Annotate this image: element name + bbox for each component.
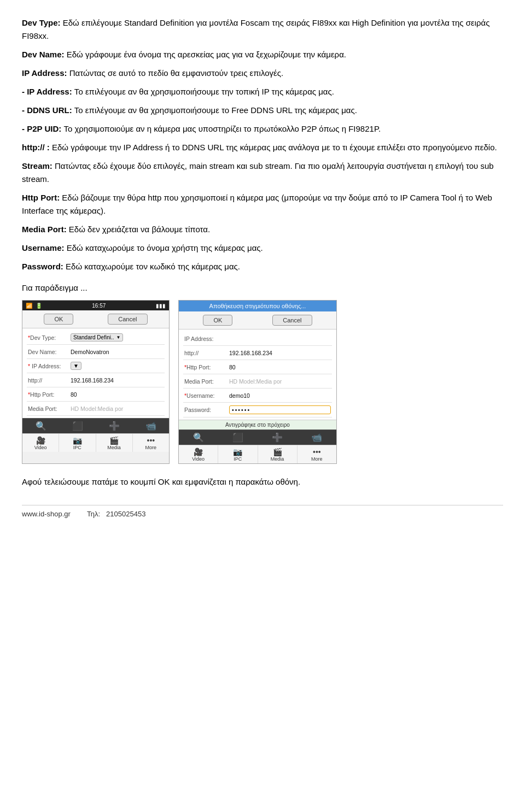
right-nav-ipc-icon: 📷 <box>218 448 257 456</box>
text-stream: Πατώντας εδώ έχουμε δύο επιλογές, main s… <box>22 161 494 184</box>
right-nav-ipc[interactable]: 📷 IPC <box>218 445 258 463</box>
ip-arrow-icon: ▼ <box>73 363 79 369</box>
left-select-ip-address[interactable]: ▼ <box>71 362 81 370</box>
left-field-media-port: Media Port: HD Model:Media por <box>27 402 165 416</box>
right-nav-video-label: Video <box>192 456 205 462</box>
right-label-username: *Username: <box>184 392 229 399</box>
text-http-port: Εδώ βάζουμε την θύρα http που χρησιμοποι… <box>22 193 492 215</box>
left-label-ip-address: * IP Address: <box>28 363 71 369</box>
left-phone-screenshot: 📶 🔋 16:57 ▮▮▮ OK Cancel *Dev Type: Stand… <box>22 300 170 464</box>
right-toolbar-camera-icon[interactable]: 📹 <box>297 432 336 443</box>
right-nav-more-label: More <box>311 456 323 462</box>
left-label-dev-name: Dev Name: <box>28 349 71 355</box>
left-ok-button[interactable]: OK <box>44 314 73 325</box>
left-toolbar-search-icon[interactable]: 🔍 <box>22 421 59 431</box>
right-nav-media-label: Media <box>271 456 284 462</box>
left-select-dev-type[interactable]: Standard Defini.. ▼ <box>71 333 123 342</box>
right-tablet-form: IP Address: http:// 192.168.168.234 *Htt… <box>179 329 336 420</box>
for-example-label: Για παράδειγμα ... <box>22 283 503 292</box>
right-nav-more[interactable]: ••• More <box>298 445 336 463</box>
right-label-media-port: Media Port: <box>184 378 229 385</box>
clipboard-text: Αντιγράφηκε στο πρόχειρο <box>225 422 290 428</box>
left-nav-ipc[interactable]: 📷 IPC <box>59 434 96 452</box>
right-value-username: demo10 <box>229 392 331 399</box>
left-nav-video-icon: 🎥 <box>22 436 59 445</box>
paragraph-7: http:// : Εδώ γράφουμε την IP Address ή … <box>22 141 503 154</box>
right-field-http-port: *Http Port: 80 <box>183 360 332 374</box>
text-ip-address: Πατώντας σε αυτό το πεδίο θα εμφανιστούν… <box>67 68 284 78</box>
left-field-http: http:// 192.168.168.234 <box>27 373 165 387</box>
left-cancel-button[interactable]: Cancel <box>108 314 147 325</box>
paragraph-2: Dev Name: Εδώ γράφουμε ένα όνομα της αρε… <box>22 48 503 61</box>
right-ok-button[interactable]: OK <box>203 315 232 326</box>
dropdown-arrow-icon: ▼ <box>116 335 121 340</box>
paragraph-5: - DDNS URL: Το επιλέγουμε αν θα χρησιμοπ… <box>22 104 503 117</box>
right-tablet-screenshot: Αποθήκευση στιγμιότυπου οθόνης... OK Can… <box>178 300 337 464</box>
left-nav-media[interactable]: 🎬 Media <box>96 434 133 452</box>
right-nav-media[interactable]: 🎬 Media <box>258 445 298 463</box>
left-toolbar-qr-icon[interactable]: ⬛ <box>59 421 96 431</box>
right-nav-media-icon: 🎬 <box>258 448 297 456</box>
right-nav-video[interactable]: 🎥 Video <box>179 445 218 463</box>
right-value-http: 192.168.168.234 <box>229 350 331 356</box>
battery-icon: ▮▮▮ <box>156 303 166 309</box>
paragraph-11: Username: Εδώ καταχωρούμε το όνομα χρήστ… <box>22 242 503 255</box>
left-field-dev-name: Dev Name: DemoNovatron <box>27 345 165 359</box>
label-password: Password: <box>22 262 63 271</box>
right-cancel-button[interactable]: Cancel <box>272 315 312 326</box>
left-label-media-port: Media Port: <box>28 405 71 412</box>
left-toolbar: 🔍 ⬛ ➕ 📹 <box>22 418 169 433</box>
left-nav-video[interactable]: 🎥 Video <box>22 434 59 452</box>
right-nav-video-icon: 🎥 <box>179 448 218 456</box>
text-ip-address-sub: Το επιλέγουμε αν θα χρησιμοποιήσουμε την… <box>72 87 334 96</box>
left-label-dev-type: *Dev Type: <box>28 334 71 341</box>
phone-status-bar: 📶 🔋 16:57 ▮▮▮ <box>22 301 169 310</box>
left-value-http: 192.168.168.234 <box>71 377 164 384</box>
text-http: Εδώ γράφουμε την IP Address ή το DDNS UR… <box>50 143 497 152</box>
left-toolbar-add-icon[interactable]: ➕ <box>96 421 132 431</box>
label-http: http:// : <box>22 143 50 152</box>
left-toolbar-camera-icon[interactable]: 📹 <box>132 421 169 431</box>
right-toolbar-search-icon[interactable]: 🔍 <box>179 432 218 443</box>
label-http-port: Http Port: <box>22 193 60 202</box>
right-field-http: http:// 192.168.168.234 <box>183 346 332 360</box>
right-nav-bar: 🎥 Video 📷 IPC 🎬 Media ••• More <box>179 445 336 463</box>
paragraph-10: Media Port: Εδώ δεν χρειάζεται να βάλουμ… <box>22 223 503 236</box>
label-stream: Stream: <box>22 161 52 170</box>
left-nav-ipc-label: IPC <box>73 445 81 450</box>
label-media-port: Media Port: <box>22 225 67 234</box>
left-nav-ipc-icon: 📷 <box>59 436 95 445</box>
right-value-password: •••••• <box>229 405 331 414</box>
right-toolbar-qr-icon[interactable]: ⬛ <box>218 432 258 443</box>
paragraph-4: - IP Address: Το επιλέγουμε αν θα χρησιμ… <box>22 85 503 98</box>
footer-phone-number: 2105025453 <box>106 510 145 518</box>
right-field-password: Password: •••••• <box>183 403 332 417</box>
label-username: Username: <box>22 243 65 252</box>
footer-website: www.id-shop.gr <box>22 510 71 518</box>
time-display: 16:57 <box>92 303 106 309</box>
left-value-dev-name: DemoNovatron <box>71 349 164 355</box>
dev-type-value: Standard Defini.. <box>73 334 114 340</box>
footer-phone: Τηλ: 2105025453 <box>87 510 146 518</box>
left-nav-more-label: More <box>145 445 157 450</box>
right-nav-more-icon: ••• <box>298 448 336 456</box>
text-password: Εδώ καταχωρούμε τον κωδικό της κάμερας μ… <box>63 262 240 271</box>
left-label-http-port: *Http Port: <box>28 391 71 398</box>
right-field-ip-address: IP Address: <box>183 332 332 346</box>
right-field-username: *Username: demo10 <box>183 389 332 403</box>
left-value-media-port: HD Model:Media por <box>71 405 164 412</box>
left-phone-form: *Dev Type: Standard Defini.. ▼ Dev Name:… <box>22 328 169 418</box>
label-dev-name: Dev Name: <box>22 50 65 59</box>
clipboard-bar: Αντιγράφηκε στο πρόχειρο <box>179 420 336 429</box>
right-toolbar-add-icon[interactable]: ➕ <box>258 432 297 443</box>
screenshots-row: 📶 🔋 16:57 ▮▮▮ OK Cancel *Dev Type: Stand… <box>22 300 503 464</box>
left-btn-row: OK Cancel <box>22 310 169 328</box>
left-value-http-port: 80 <box>71 391 164 398</box>
tablet-title-bar: Αποθήκευση στιγμιότυπου οθόνης... <box>179 301 336 311</box>
right-nav-ipc-label: IPC <box>234 456 242 462</box>
left-nav-more[interactable]: ••• More <box>133 434 169 452</box>
paragraph-12: Password: Εδώ καταχωρούμε τον κωδικό της… <box>22 260 503 273</box>
left-nav-media-label: Media <box>107 445 121 450</box>
label-ddns: - DDNS URL: <box>22 105 72 115</box>
text-media-port: Εδώ δεν χρειάζεται να βάλουμε τίποτα. <box>67 225 210 234</box>
